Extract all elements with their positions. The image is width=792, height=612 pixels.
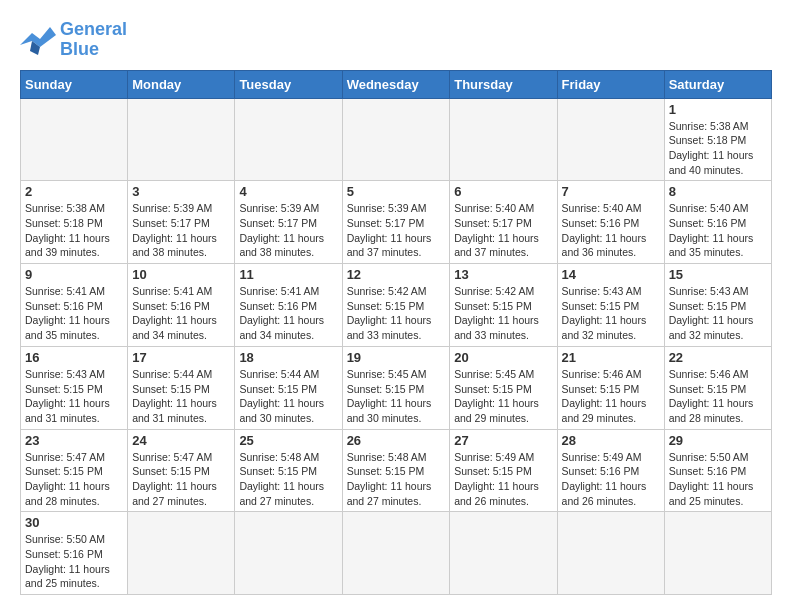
day-number: 26 xyxy=(347,433,446,448)
day-number: 12 xyxy=(347,267,446,282)
calendar-cell xyxy=(557,512,664,595)
day-number: 23 xyxy=(25,433,123,448)
day-info: Sunrise: 5:47 AM Sunset: 5:15 PM Dayligh… xyxy=(25,450,123,509)
day-info: Sunrise: 5:39 AM Sunset: 5:17 PM Dayligh… xyxy=(239,201,337,260)
week-row-5: 23Sunrise: 5:47 AM Sunset: 5:15 PM Dayli… xyxy=(21,429,772,512)
calendar-cell: 3Sunrise: 5:39 AM Sunset: 5:17 PM Daylig… xyxy=(128,181,235,264)
day-info: Sunrise: 5:42 AM Sunset: 5:15 PM Dayligh… xyxy=(347,284,446,343)
calendar-cell: 9Sunrise: 5:41 AM Sunset: 5:16 PM Daylig… xyxy=(21,264,128,347)
day-info: Sunrise: 5:38 AM Sunset: 5:18 PM Dayligh… xyxy=(25,201,123,260)
day-number: 22 xyxy=(669,350,767,365)
day-info: Sunrise: 5:49 AM Sunset: 5:16 PM Dayligh… xyxy=(562,450,660,509)
calendar-cell: 1Sunrise: 5:38 AM Sunset: 5:18 PM Daylig… xyxy=(664,98,771,181)
calendar-table: SundayMondayTuesdayWednesdayThursdayFrid… xyxy=(20,70,772,596)
day-number: 8 xyxy=(669,184,767,199)
logo-blue: Blue xyxy=(60,39,99,59)
day-number: 1 xyxy=(669,102,767,117)
weekday-header-thursday: Thursday xyxy=(450,70,557,98)
day-info: Sunrise: 5:40 AM Sunset: 5:16 PM Dayligh… xyxy=(669,201,767,260)
day-info: Sunrise: 5:45 AM Sunset: 5:15 PM Dayligh… xyxy=(347,367,446,426)
day-number: 4 xyxy=(239,184,337,199)
day-info: Sunrise: 5:43 AM Sunset: 5:15 PM Dayligh… xyxy=(669,284,767,343)
calendar-cell: 18Sunrise: 5:44 AM Sunset: 5:15 PM Dayli… xyxy=(235,346,342,429)
day-number: 16 xyxy=(25,350,123,365)
day-number: 11 xyxy=(239,267,337,282)
week-row-6: 30Sunrise: 5:50 AM Sunset: 5:16 PM Dayli… xyxy=(21,512,772,595)
day-number: 7 xyxy=(562,184,660,199)
calendar-cell: 11Sunrise: 5:41 AM Sunset: 5:16 PM Dayli… xyxy=(235,264,342,347)
weekday-header-tuesday: Tuesday xyxy=(235,70,342,98)
week-row-1: 1Sunrise: 5:38 AM Sunset: 5:18 PM Daylig… xyxy=(21,98,772,181)
day-info: Sunrise: 5:42 AM Sunset: 5:15 PM Dayligh… xyxy=(454,284,552,343)
day-number: 20 xyxy=(454,350,552,365)
week-row-4: 16Sunrise: 5:43 AM Sunset: 5:15 PM Dayli… xyxy=(21,346,772,429)
day-info: Sunrise: 5:41 AM Sunset: 5:16 PM Dayligh… xyxy=(239,284,337,343)
day-number: 2 xyxy=(25,184,123,199)
week-row-3: 9Sunrise: 5:41 AM Sunset: 5:16 PM Daylig… xyxy=(21,264,772,347)
day-info: Sunrise: 5:40 AM Sunset: 5:17 PM Dayligh… xyxy=(454,201,552,260)
day-info: Sunrise: 5:38 AM Sunset: 5:18 PM Dayligh… xyxy=(669,119,767,178)
calendar-cell: 22Sunrise: 5:46 AM Sunset: 5:15 PM Dayli… xyxy=(664,346,771,429)
day-info: Sunrise: 5:40 AM Sunset: 5:16 PM Dayligh… xyxy=(562,201,660,260)
day-number: 19 xyxy=(347,350,446,365)
weekday-header-saturday: Saturday xyxy=(664,70,771,98)
calendar-cell xyxy=(128,512,235,595)
page-header: General Blue xyxy=(20,20,772,60)
day-info: Sunrise: 5:46 AM Sunset: 5:15 PM Dayligh… xyxy=(562,367,660,426)
day-number: 25 xyxy=(239,433,337,448)
day-number: 27 xyxy=(454,433,552,448)
weekday-header-sunday: Sunday xyxy=(21,70,128,98)
day-info: Sunrise: 5:46 AM Sunset: 5:15 PM Dayligh… xyxy=(669,367,767,426)
day-info: Sunrise: 5:44 AM Sunset: 5:15 PM Dayligh… xyxy=(132,367,230,426)
calendar-cell: 6Sunrise: 5:40 AM Sunset: 5:17 PM Daylig… xyxy=(450,181,557,264)
calendar-cell: 12Sunrise: 5:42 AM Sunset: 5:15 PM Dayli… xyxy=(342,264,450,347)
calendar-cell xyxy=(342,98,450,181)
calendar-cell xyxy=(450,512,557,595)
day-number: 30 xyxy=(25,515,123,530)
day-info: Sunrise: 5:50 AM Sunset: 5:16 PM Dayligh… xyxy=(25,532,123,591)
day-info: Sunrise: 5:43 AM Sunset: 5:15 PM Dayligh… xyxy=(562,284,660,343)
weekday-header-friday: Friday xyxy=(557,70,664,98)
calendar-cell: 28Sunrise: 5:49 AM Sunset: 5:16 PM Dayli… xyxy=(557,429,664,512)
day-number: 21 xyxy=(562,350,660,365)
day-number: 15 xyxy=(669,267,767,282)
day-number: 9 xyxy=(25,267,123,282)
calendar-cell: 8Sunrise: 5:40 AM Sunset: 5:16 PM Daylig… xyxy=(664,181,771,264)
day-number: 6 xyxy=(454,184,552,199)
calendar-cell: 7Sunrise: 5:40 AM Sunset: 5:16 PM Daylig… xyxy=(557,181,664,264)
calendar-cell: 26Sunrise: 5:48 AM Sunset: 5:15 PM Dayli… xyxy=(342,429,450,512)
day-number: 17 xyxy=(132,350,230,365)
calendar-cell: 10Sunrise: 5:41 AM Sunset: 5:16 PM Dayli… xyxy=(128,264,235,347)
calendar-cell xyxy=(450,98,557,181)
calendar-cell: 16Sunrise: 5:43 AM Sunset: 5:15 PM Dayli… xyxy=(21,346,128,429)
calendar-cell xyxy=(235,512,342,595)
calendar-cell: 30Sunrise: 5:50 AM Sunset: 5:16 PM Dayli… xyxy=(21,512,128,595)
calendar-cell: 13Sunrise: 5:42 AM Sunset: 5:15 PM Dayli… xyxy=(450,264,557,347)
calendar-cell xyxy=(235,98,342,181)
day-number: 14 xyxy=(562,267,660,282)
day-number: 18 xyxy=(239,350,337,365)
calendar-cell: 27Sunrise: 5:49 AM Sunset: 5:15 PM Dayli… xyxy=(450,429,557,512)
week-row-2: 2Sunrise: 5:38 AM Sunset: 5:18 PM Daylig… xyxy=(21,181,772,264)
calendar-cell xyxy=(342,512,450,595)
calendar-cell: 15Sunrise: 5:43 AM Sunset: 5:15 PM Dayli… xyxy=(664,264,771,347)
svg-marker-0 xyxy=(20,27,56,47)
logo: General Blue xyxy=(20,20,127,60)
calendar-cell xyxy=(664,512,771,595)
day-info: Sunrise: 5:43 AM Sunset: 5:15 PM Dayligh… xyxy=(25,367,123,426)
calendar-cell xyxy=(557,98,664,181)
logo-icon xyxy=(20,25,56,55)
weekday-header-monday: Monday xyxy=(128,70,235,98)
calendar-cell: 23Sunrise: 5:47 AM Sunset: 5:15 PM Dayli… xyxy=(21,429,128,512)
weekday-header-row: SundayMondayTuesdayWednesdayThursdayFrid… xyxy=(21,70,772,98)
calendar-cell xyxy=(21,98,128,181)
day-info: Sunrise: 5:39 AM Sunset: 5:17 PM Dayligh… xyxy=(132,201,230,260)
calendar-cell: 29Sunrise: 5:50 AM Sunset: 5:16 PM Dayli… xyxy=(664,429,771,512)
day-number: 13 xyxy=(454,267,552,282)
day-number: 10 xyxy=(132,267,230,282)
calendar-cell xyxy=(128,98,235,181)
day-number: 5 xyxy=(347,184,446,199)
calendar-cell: 14Sunrise: 5:43 AM Sunset: 5:15 PM Dayli… xyxy=(557,264,664,347)
day-info: Sunrise: 5:39 AM Sunset: 5:17 PM Dayligh… xyxy=(347,201,446,260)
day-number: 28 xyxy=(562,433,660,448)
